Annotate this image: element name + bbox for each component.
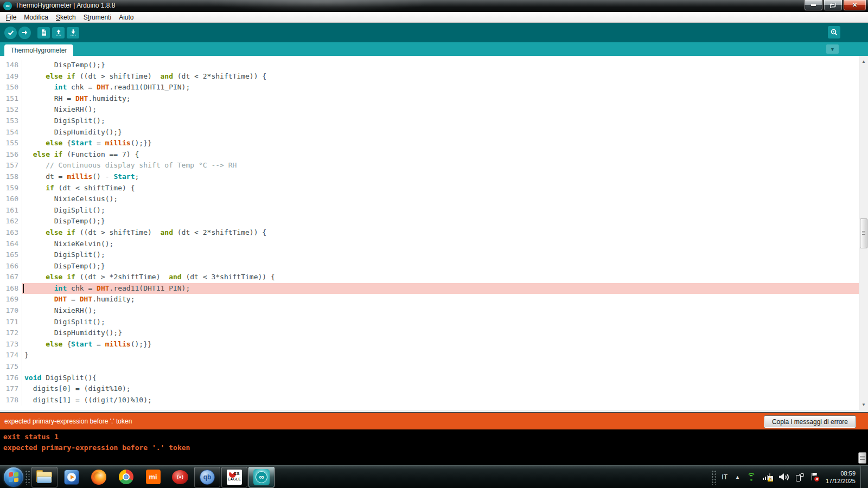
- code-line[interactable]: 162 DispTemp();}: [0, 216, 859, 227]
- menu-item-sketch[interactable]: Sketch: [52, 12, 80, 22]
- code-text[interactable]: digits[0] = (digit%10);: [22, 383, 859, 395]
- code-text[interactable]: else if ((dt > shiftTime) and (dt < 2*sh…: [22, 227, 859, 239]
- code-text[interactable]: int chk = DHT.read11(DHT11_PIN);: [22, 283, 859, 294]
- tab-menu-dropdown-button[interactable]: ▼: [826, 44, 839, 54]
- code-text[interactable]: else if ((dt > shiftTime) and (dt < 2*sh…: [22, 71, 859, 82]
- taskbar-button-qbittorrent[interactable]: qb: [194, 467, 220, 487]
- taskbar-button-wmp[interactable]: [59, 467, 85, 487]
- console-scrollbar-thumb[interactable]: [858, 452, 866, 464]
- menu-item-file[interactable]: File: [2, 12, 20, 22]
- code-text[interactable]: DigiSplit();: [22, 317, 859, 328]
- code-text[interactable]: else if (Function == 7) {: [22, 149, 859, 160]
- code-text[interactable]: NixieRH();: [22, 104, 859, 115]
- code-line[interactable]: 158 dt = millis() - Start;: [0, 171, 859, 183]
- code-text[interactable]: digits[1] = ((digit/10)%10);: [22, 395, 859, 406]
- code-line[interactable]: 176void DigiSplit(){: [0, 373, 859, 384]
- taskbar-button-chrome[interactable]: [113, 467, 139, 487]
- code-text[interactable]: DispTemp();}: [22, 60, 859, 71]
- code-text[interactable]: if (dt < shiftTime) {: [22, 183, 859, 194]
- taskbar-button-red-broadcast[interactable]: [167, 467, 193, 487]
- tray-network-warning[interactable]: !: [763, 473, 773, 481]
- code-line[interactable]: 153 DigiSplit();: [0, 115, 859, 127]
- new-sketch-button[interactable]: [37, 27, 50, 38]
- code-text[interactable]: void DigiSplit(){: [22, 373, 859, 384]
- code-line[interactable]: 156 else if (Function == 7) {: [0, 149, 859, 160]
- open-sketch-button[interactable]: [52, 27, 65, 38]
- code-line[interactable]: 148 DispTemp();}: [0, 60, 859, 71]
- code-line[interactable]: 155 else {Start = millis();}}: [0, 138, 859, 149]
- tray-volume[interactable]: [779, 473, 789, 481]
- code-text[interactable]: int chk = DHT.read11(DHT11_PIN);: [22, 82, 859, 93]
- taskbar-button-arduino[interactable]: ∞: [248, 467, 275, 487]
- code-line[interactable]: 169 DHT = DHT.humidity;: [0, 294, 859, 305]
- code-line[interactable]: 177 digits[0] = (digit%10);: [0, 383, 859, 395]
- code-line[interactable]: 172 DispHumidity();}: [0, 328, 859, 339]
- code-line[interactable]: 150 int chk = DHT.read11(DHT11_PIN);: [0, 82, 859, 93]
- code-line[interactable]: 154 DispHumidity();}: [0, 127, 859, 138]
- code-text[interactable]: DispHumidity();}: [22, 328, 859, 339]
- taskbar-button-explorer[interactable]: [31, 467, 58, 487]
- code-text[interactable]: NixieKelvin();: [22, 239, 859, 250]
- code-line[interactable]: 168 int chk = DHT.read11(DHT11_PIN);: [0, 283, 859, 294]
- code-line[interactable]: 173 else {Start = millis();}}: [0, 339, 859, 350]
- scroll-up-arrow[interactable]: ▲: [859, 57, 868, 66]
- code-line[interactable]: 151 RH = DHT.humidity;: [0, 93, 859, 105]
- code-text[interactable]: NixieRH();: [22, 305, 859, 317]
- taskbar-button-eagle[interactable]: CSEAGLE: [221, 467, 247, 487]
- code-text[interactable]: }: [22, 350, 859, 361]
- code-line[interactable]: 171 DigiSplit();: [0, 317, 859, 328]
- code-line[interactable]: 178 digits[1] = ((digit/10)%10);: [0, 395, 859, 406]
- code-text[interactable]: DispTemp();}: [22, 216, 859, 227]
- code-line[interactable]: 164 NixieKelvin();: [0, 239, 859, 250]
- code-text[interactable]: else {Start = millis();}}: [22, 138, 859, 149]
- code-line[interactable]: 157 // Continuous display shift of Temp …: [0, 160, 859, 171]
- taskbar-button-firefox[interactable]: [86, 467, 112, 487]
- start-button[interactable]: [4, 467, 23, 487]
- copy-error-messages-button[interactable]: Copia i messaggi di errore: [764, 415, 856, 428]
- clock[interactable]: 08:59 17/12/2025: [826, 470, 856, 485]
- code-text[interactable]: DispTemp();}: [22, 261, 859, 272]
- code-text[interactable]: DispHumidity();}: [22, 127, 859, 138]
- code-line[interactable]: 170 NixieRH();: [0, 305, 859, 317]
- scrollbar-thumb[interactable]: [860, 219, 867, 248]
- tray-hidden-icons-arrow[interactable]: ▲: [735, 474, 740, 480]
- code-line[interactable]: 167 else if ((dt > *2shiftTime) and (dt …: [0, 272, 859, 283]
- code-text[interactable]: else if ((dt > *2shiftTime) and (dt < 3*…: [22, 272, 859, 283]
- minimize-button[interactable]: [804, 0, 823, 11]
- tray-action-center-flag[interactable]: ✕: [810, 473, 819, 481]
- editor-scrollbar[interactable]: ▲ ▼: [859, 56, 868, 410]
- menu-item-aiuto[interactable]: Aiuto: [115, 12, 137, 22]
- menu-item-modifica[interactable]: Modifica: [20, 12, 52, 22]
- tray-eject-device[interactable]: [795, 473, 804, 481]
- code-text[interactable]: else {Start = millis();}}: [22, 339, 859, 350]
- serial-monitor-button[interactable]: [828, 26, 840, 38]
- code-text[interactable]: NixieCelsius();: [22, 194, 859, 205]
- code-line[interactable]: 161 DigiSplit();: [0, 205, 859, 216]
- restore-button[interactable]: [824, 0, 843, 11]
- tray-green-wifi[interactable]: [746, 473, 756, 481]
- code-editor[interactable]: 148 DispTemp();}149 else if ((dt > shift…: [0, 56, 859, 410]
- code-line[interactable]: 149 else if ((dt > shiftTime) and (dt < …: [0, 71, 859, 82]
- code-text[interactable]: DigiSplit();: [22, 115, 859, 127]
- code-text[interactable]: DigiSplit();: [22, 249, 859, 261]
- code-line[interactable]: 166 DispTemp();}: [0, 261, 859, 272]
- code-text[interactable]: // Continuous display shift of Temp °C -…: [22, 160, 859, 171]
- code-line[interactable]: 165 DigiSplit();: [0, 249, 859, 261]
- code-text[interactable]: DHT = DHT.humidity;: [22, 294, 859, 305]
- code-line[interactable]: 175: [0, 361, 859, 373]
- code-line[interactable]: 160 NixieCelsius();: [0, 194, 859, 205]
- save-sketch-button[interactable]: [67, 27, 79, 38]
- language-indicator[interactable]: IT: [722, 473, 727, 481]
- code-line[interactable]: 152 NixieRH();: [0, 104, 859, 115]
- code-line[interactable]: 159 if (dt < shiftTime) {: [0, 183, 859, 194]
- code-text[interactable]: DigiSplit();: [22, 205, 859, 216]
- menu-item-strumenti[interactable]: Strumenti: [80, 12, 115, 22]
- verify-button[interactable]: [4, 27, 17, 39]
- code-text[interactable]: dt = millis() - Start;: [22, 171, 859, 183]
- code-line[interactable]: 174}: [0, 350, 859, 361]
- taskbar-button-mi[interactable]: mi: [140, 467, 166, 487]
- code-line[interactable]: 163 else if ((dt > shiftTime) and (dt < …: [0, 227, 859, 239]
- code-text[interactable]: RH = DHT.humidity;: [22, 93, 859, 105]
- upload-button[interactable]: [18, 27, 31, 39]
- tab-thermohygrometer[interactable]: ThermoHygrometer: [4, 44, 73, 56]
